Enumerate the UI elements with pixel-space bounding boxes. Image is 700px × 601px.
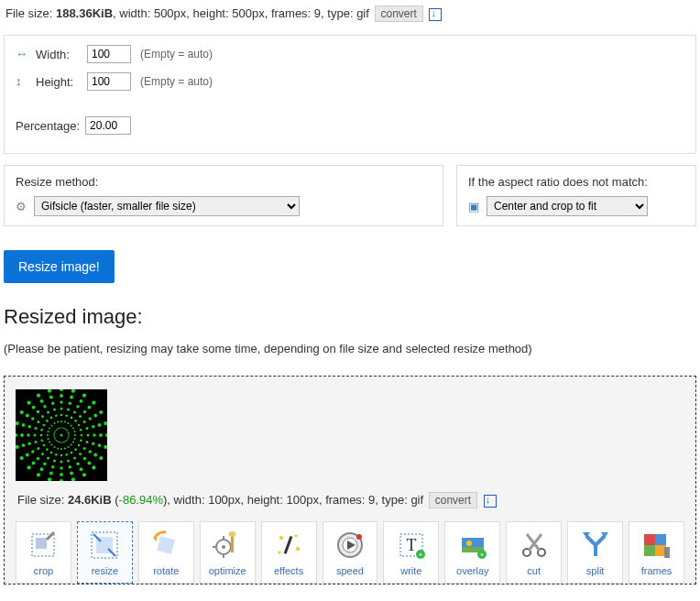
svg-point-156 xyxy=(67,431,69,432)
svg-point-16 xyxy=(67,438,69,440)
result-thumbnail xyxy=(16,389,107,481)
svg-marker-175 xyxy=(153,534,157,541)
percentage-input[interactable] xyxy=(85,116,131,135)
convert-button[interactable]: convert xyxy=(375,5,423,22)
svg-rect-204 xyxy=(644,545,655,556)
svg-point-164 xyxy=(74,431,76,432)
convert-button[interactable]: convert xyxy=(429,492,477,508)
tool-optimize[interactable]: optimize xyxy=(200,521,256,584)
svg-point-73 xyxy=(49,442,50,443)
svg-text:+: + xyxy=(479,551,484,559)
svg-point-131 xyxy=(60,408,63,410)
width-value: 500px xyxy=(154,6,186,20)
svg-point-126 xyxy=(49,396,53,399)
frames-value: 9 xyxy=(368,493,375,507)
svg-point-74 xyxy=(43,444,46,447)
tool-label: cut xyxy=(527,565,541,576)
svg-point-90 xyxy=(27,433,29,436)
tool-label: split xyxy=(586,565,605,576)
svg-point-32 xyxy=(71,452,73,454)
height-label: Height: xyxy=(36,75,87,89)
svg-point-121 xyxy=(59,428,60,430)
svg-point-4 xyxy=(81,434,83,437)
svg-point-113 xyxy=(27,401,31,405)
svg-point-28 xyxy=(88,462,92,465)
tool-cut[interactable]: cut xyxy=(506,521,562,584)
type-label: type: xyxy=(327,6,353,20)
svg-point-128 xyxy=(60,427,62,429)
svg-point-17 xyxy=(72,442,74,443)
tool-resize[interactable]: resize xyxy=(77,521,133,584)
svg-point-40 xyxy=(67,460,70,463)
tool-overlay[interactable]: +overlay xyxy=(444,521,500,584)
svg-point-163 xyxy=(68,432,70,434)
resize-method-label: Resize method: xyxy=(16,175,432,189)
svg-point-139 xyxy=(69,402,71,405)
svg-point-67 xyxy=(46,448,49,451)
svg-point-61 xyxy=(47,457,49,460)
aspect-ratio-label: If the aspect ratio does not match: xyxy=(468,175,684,189)
svg-point-97 xyxy=(28,425,31,428)
tool-write[interactable]: T+write xyxy=(383,521,439,584)
svg-point-183 xyxy=(296,547,300,551)
svg-point-6 xyxy=(93,433,95,436)
height-hint: (Empty = auto) xyxy=(140,75,213,88)
svg-point-158 xyxy=(78,424,81,427)
svg-point-64 xyxy=(37,473,40,476)
tool-crop[interactable]: crop xyxy=(16,521,71,584)
svg-point-103 xyxy=(37,421,39,423)
svg-point-135 xyxy=(62,428,64,430)
svg-point-116 xyxy=(50,417,53,420)
width-value: 100px xyxy=(208,493,240,507)
svg-point-181 xyxy=(279,536,283,540)
tool-split[interactable]: split xyxy=(567,521,623,584)
resize-method-box: Resize method: Gifsicle (faster, smaller… xyxy=(4,165,443,226)
svg-point-69 xyxy=(37,457,39,460)
dimension-controls: ↔ Width: (Empty = auto) ↕ Height: (Empty… xyxy=(4,35,696,154)
height-label: height: xyxy=(247,493,283,507)
svg-point-179 xyxy=(229,531,236,537)
svg-point-107 xyxy=(56,430,58,432)
svg-point-80 xyxy=(48,438,49,440)
aspect-ratio-select[interactable]: Center and crop to fit xyxy=(487,196,648,216)
height-value: 100px xyxy=(286,493,318,507)
tool-frames[interactable]: frames xyxy=(629,521,684,584)
height-row: ↕ Height: (Empty = auto) xyxy=(16,72,684,91)
width-input[interactable] xyxy=(87,45,131,63)
tool-speed[interactable]: speed xyxy=(323,521,378,584)
tool-effects[interactable]: effects xyxy=(261,521,317,584)
svg-point-75 xyxy=(37,447,39,450)
svg-point-58 xyxy=(57,441,59,443)
file-size-label: File size: xyxy=(5,6,52,20)
svg-point-14 xyxy=(98,443,102,447)
svg-point-37 xyxy=(62,442,64,443)
svg-point-30 xyxy=(64,441,66,443)
svg-point-140 xyxy=(70,396,73,399)
resize-image-button[interactable]: Resize image! xyxy=(4,250,115,283)
svg-rect-203 xyxy=(655,534,666,545)
download-icon[interactable] xyxy=(429,8,442,21)
svg-point-162 xyxy=(99,410,103,414)
svg-point-48 xyxy=(60,466,62,469)
resize-method-select[interactable]: Gifsicle (faster, smaller file size) xyxy=(34,196,300,216)
svg-point-53 xyxy=(55,453,58,456)
svg-point-154 xyxy=(88,406,92,410)
svg-point-153 xyxy=(83,410,86,413)
svg-point-109 xyxy=(46,420,49,422)
svg-point-95 xyxy=(40,429,43,432)
svg-point-142 xyxy=(64,428,66,430)
svg-point-161 xyxy=(93,414,97,418)
patience-text: (Please be patient, resizing may take so… xyxy=(4,342,696,355)
svg-point-118 xyxy=(43,405,46,408)
svg-point-29 xyxy=(92,465,95,469)
pct-change: -86.94% xyxy=(119,493,163,507)
svg-point-160 xyxy=(89,417,92,420)
svg-point-47 xyxy=(60,461,63,464)
height-input[interactable] xyxy=(87,72,131,91)
width-label: width: xyxy=(174,493,205,507)
download-icon[interactable] xyxy=(484,495,497,508)
tool-rotate[interactable]: rotate xyxy=(138,521,194,584)
svg-point-137 xyxy=(65,414,68,417)
svg-point-36 xyxy=(82,473,86,476)
svg-point-143 xyxy=(68,422,70,424)
